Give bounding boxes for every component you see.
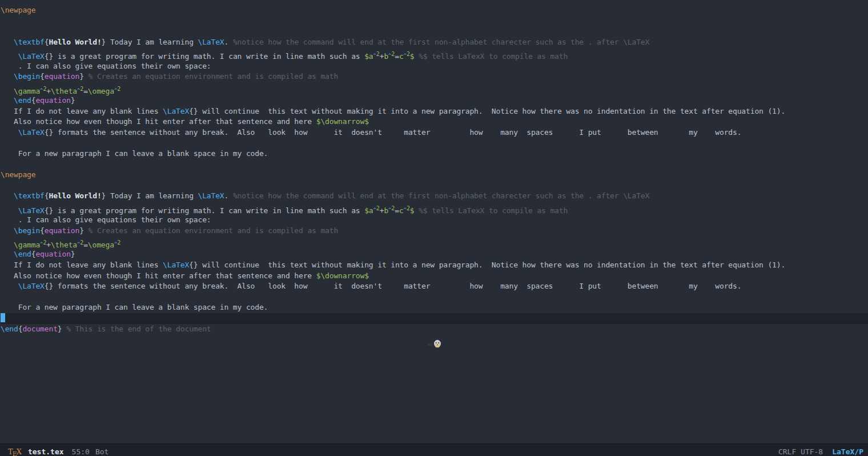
code-line[interactable]: \textbf{Hello World!} Today I am learnin…	[1, 37, 868, 48]
code-token: =	[83, 241, 88, 249]
code-line[interactable]: \newpage	[1, 5, 868, 16]
emacs-frame: { "theme": { "background": "#282c34", "f…	[0, 0, 868, 456]
code-token	[1, 38, 14, 46]
code-token: \LaTeX	[18, 206, 45, 215]
code-token: }	[58, 325, 66, 333]
code-line[interactable]: \newpage	[1, 170, 868, 181]
cursor-position[interactable]: 55:0	[72, 447, 90, 456]
code-token: \omega	[88, 87, 114, 95]
code-token: equation	[35, 96, 70, 105]
code-token: If I do not leave any blank lines	[1, 107, 163, 115]
code-token: +	[46, 87, 51, 95]
code-token: Also notice how even though I hit enter …	[1, 271, 316, 280]
code-line[interactable]	[1, 159, 868, 170]
code-token: 2	[117, 239, 120, 246]
code-token: \LaTeX	[198, 191, 224, 200]
code-token: equation	[45, 226, 79, 235]
code-token: Hello World!	[49, 191, 101, 200]
code-token	[1, 250, 14, 258]
code-line[interactable]: Also notice how even though I hit enter …	[1, 271, 868, 282]
code-line[interactable]	[1, 181, 868, 191]
code-line[interactable]	[1, 292, 868, 303]
code-line[interactable]: \end{document} % This is the end of the …	[1, 324, 868, 335]
code-token: $\downarrow$	[316, 271, 369, 280]
code-token: \LaTeX	[163, 261, 189, 269]
text-cursor	[1, 313, 5, 322]
code-line[interactable]: If I do not leave any blank lines \LaTeX…	[1, 106, 868, 117]
code-token	[1, 282, 18, 290]
code-token: {} is a great program for writing math. …	[45, 206, 364, 215]
code-token: If I do not leave any blank lines	[1, 261, 163, 269]
code-line[interactable]	[1, 26, 868, 37]
code-token: $a	[364, 206, 373, 215]
code-token: \begin	[14, 226, 40, 235]
code-line[interactable]: \textbf{Hello World!} Today I am learnin…	[1, 191, 868, 202]
code-token: {} formats the sentence without any brea…	[45, 128, 742, 137]
code-line[interactable]: . I can also give equations their own sp…	[1, 61, 868, 72]
code-token: }	[71, 250, 75, 258]
code-token	[1, 96, 14, 105]
code-token: $a	[364, 52, 373, 61]
code-token	[1, 191, 14, 200]
code-token	[1, 128, 18, 137]
mouse-face-icon	[432, 338, 443, 350]
encoding-indicator[interactable]: CRLF UTF-8	[778, 447, 823, 456]
code-token: \begin	[14, 72, 40, 81]
code-line[interactable]: For a new paragraph I can leave a blank …	[1, 302, 868, 313]
code-line[interactable]: \LaTeX{} is a great program for writing …	[1, 47, 868, 61]
code-line[interactable]: If I do not leave any blank lines \LaTeX…	[1, 260, 868, 271]
code-token	[1, 226, 14, 235]
code-line[interactable]	[1, 313, 868, 324]
code-token: \newpage	[1, 6, 35, 14]
code-token: {} will continue this text without makin…	[189, 107, 785, 115]
code-token: Hello World!	[49, 38, 101, 46]
code-token: c	[399, 206, 404, 215]
code-token: % Creates an equation environment and is…	[89, 72, 339, 81]
tex-mode-icon: TEX	[8, 447, 21, 456]
code-token	[414, 206, 419, 215]
code-line[interactable]: \LaTeX{} formats the sentence without an…	[1, 127, 868, 138]
code-token: \textbf	[14, 38, 45, 46]
code-token: {	[40, 226, 45, 235]
code-token: } Today I am learning	[102, 191, 198, 200]
code-token: }	[79, 72, 88, 81]
code-token: For a new paragraph I can leave a blank …	[1, 149, 268, 158]
code-token: \textbf	[14, 191, 45, 200]
scroll-indicator: Bot	[95, 447, 108, 456]
code-token: \LaTeX	[198, 38, 224, 46]
code-token: document	[22, 325, 57, 333]
code-token: \omega	[88, 241, 114, 249]
code-line[interactable]: \LaTeX{} formats the sentence without an…	[1, 281, 868, 292]
code-token: \LaTeX	[163, 107, 189, 115]
code-token: b	[384, 52, 388, 61]
code-line[interactable]: \gamma^2+\theta^2=\omega^2	[1, 82, 868, 95]
modeline[interactable]: TEX test.tex 55:0 Bot CRLF UTF-8 LaTeX/P	[0, 443, 868, 456]
code-token: } Today I am learning	[102, 38, 198, 46]
code-line[interactable]: \end{equation}	[1, 249, 868, 260]
code-line[interactable]	[1, 138, 868, 149]
code-line[interactable]: . I can also give equations their own sp…	[1, 215, 868, 226]
code-line[interactable]: \begin{equation} % Creates an equation e…	[1, 71, 868, 82]
code-token: =	[395, 206, 399, 215]
code-line[interactable]: Also notice how even though I hit enter …	[1, 117, 868, 127]
code-line[interactable]: For a new paragraph I can leave a blank …	[1, 149, 868, 159]
code-line[interactable]: \gamma^2+\theta^2=\omega^2	[1, 236, 868, 249]
code-token: \newpage	[1, 170, 35, 179]
code-token: =	[395, 52, 399, 61]
code-token: % This is the end of the document	[66, 325, 211, 333]
major-mode-name[interactable]: LaTeX/P	[832, 447, 863, 456]
code-line[interactable]: \begin{equation} % Creates an equation e…	[1, 226, 868, 237]
code-token: {} formats the sentence without any brea…	[45, 282, 742, 290]
editor-buffer[interactable]: \newpage \textbf{Hello World!} Today I a…	[0, 0, 868, 443]
code-token: \gamma	[14, 87, 40, 95]
mouse-cursor-overlay: ✕✕	[427, 339, 443, 349]
code-token: $\downarrow$	[316, 117, 369, 126]
buffer-name[interactable]: test.tex	[28, 447, 64, 456]
code-token: %notice how the command will end at the …	[233, 191, 649, 200]
code-token	[1, 206, 18, 215]
code-token: c	[399, 52, 404, 61]
code-line[interactable]: \LaTeX{} is a great program for writing …	[1, 202, 868, 215]
code-line[interactable]	[1, 16, 868, 27]
code-token: b	[384, 206, 388, 215]
code-line[interactable]: \end{equation}	[1, 95, 868, 106]
